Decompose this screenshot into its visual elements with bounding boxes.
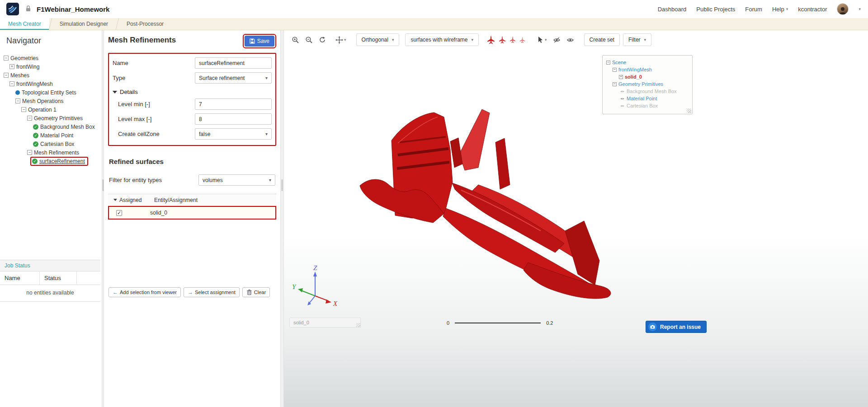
assigned-checkbox[interactable] (116, 210, 122, 216)
col-entity: Entity/Assignment (154, 197, 198, 203)
col-assigned[interactable]: Assigned (108, 197, 154, 203)
select-assignment-button[interactable]: Select assignment (184, 287, 240, 297)
success-check-icon (33, 124, 38, 130)
projection-select[interactable]: Orthogonal (356, 33, 400, 46)
account-chevron-down-icon[interactable]: ▾ (859, 7, 861, 11)
tree-item-mesh-operations[interactable]: Mesh Operations (0, 97, 102, 105)
resize-grip-icon[interactable] (356, 323, 360, 327)
tree-item-surfacerefinement[interactable]: surfaceRefinement (0, 157, 102, 165)
tree-item-topological-entity-sets[interactable]: Topological Entity Sets (0, 88, 102, 97)
pointer-tool-icon[interactable]: ▾ (536, 35, 548, 44)
level-max-label: Level max [-] (118, 116, 151, 122)
splitter-grip[interactable] (102, 179, 104, 191)
zoom-in-icon[interactable] (290, 35, 301, 45)
expand-toggle-icon[interactable] (619, 75, 623, 79)
name-input[interactable] (195, 57, 272, 69)
mesh-jet-icon-1[interactable] (486, 35, 495, 44)
collapse-toggle-icon[interactable] (9, 81, 14, 86)
nav-forum[interactable]: Forum (745, 6, 762, 13)
trash-icon (246, 289, 252, 295)
report-issue-button[interactable]: Report an issue (646, 321, 707, 333)
tree-item-cartesian-box[interactable]: Cartesian Box (0, 140, 102, 148)
mesh-jet-icon-3[interactable] (509, 36, 516, 43)
entity-filter-select[interactable]: volumes (198, 174, 275, 186)
scene-node-scene[interactable]: Scene (606, 59, 689, 66)
viewer-canvas[interactable]: Scene frontWingMesh solid_0 Geometry Pri… (284, 49, 868, 407)
collapse-toggle-icon[interactable] (613, 82, 617, 86)
collapse-toggle-icon[interactable] (21, 107, 26, 112)
scale-line (455, 323, 541, 323)
tab-post-processor[interactable]: Post-Processor (118, 18, 172, 30)
collapse-toggle-icon[interactable] (4, 56, 9, 61)
navigator-panel: Navigator Geometries frontWing Meshes fr… (0, 30, 102, 407)
visibility-eye-icon[interactable] (620, 97, 625, 101)
visibility-eye-icon[interactable] (620, 89, 625, 94)
selection-name-input[interactable] (289, 318, 361, 327)
scene-node-cartesian-box[interactable]: Cartesian Box (606, 102, 689, 109)
front-wing-model[interactable] (284, 49, 868, 407)
app-logo-icon[interactable] (6, 3, 19, 15)
create-set-button[interactable]: Create set (584, 33, 620, 46)
nav-public-projects[interactable]: Public Projects (696, 6, 735, 13)
nav-username[interactable]: kcontractor (798, 6, 827, 13)
axis-z-label: Z (313, 264, 317, 271)
save-button[interactable]: Save (245, 36, 274, 47)
type-select[interactable]: Surface refinement (195, 72, 272, 84)
visibility-eye-icon[interactable] (620, 104, 625, 108)
project-title: F1Webinar_Homework (37, 5, 109, 13)
tab-mesh-creator[interactable]: Mesh Creator (0, 18, 49, 30)
refined-surfaces-title: Refined surfaces (109, 158, 276, 165)
scene-node-geometry-primitives[interactable]: Geometry Primitives (606, 80, 689, 88)
form-viewer-splitter[interactable] (280, 30, 284, 407)
tree-item-background-mesh-box[interactable]: Background Mesh Box (0, 122, 102, 131)
assignment-row-solid0[interactable]: solid_0 (108, 206, 276, 220)
mesh-jet-icon-2[interactable] (498, 36, 506, 44)
level-min-label: Level min [-] (118, 101, 150, 108)
scene-node-material-point[interactable]: Material Point (606, 95, 689, 102)
mesh-jet-icon-4[interactable] (519, 37, 526, 43)
level-max-input[interactable] (195, 113, 272, 125)
collapse-toggle-icon[interactable] (4, 73, 9, 78)
clear-button[interactable]: Clear (242, 287, 270, 297)
name-label: Name (113, 60, 128, 66)
tree-item-frontwing[interactable]: frontWing (0, 62, 102, 71)
tree-item-geometry-primitives[interactable]: Geometry Primitives (0, 114, 102, 122)
chevron-down-icon: ▾ (344, 37, 346, 42)
navigator-title: Navigator (0, 30, 102, 50)
nav-help-menu[interactable]: Help▾ (772, 6, 788, 13)
details-section-toggle[interactable]: Details (109, 85, 275, 97)
refresh-view-icon[interactable] (317, 35, 327, 44)
show-entity-eye-icon[interactable] (565, 36, 576, 44)
pan-tool-icon[interactable]: ▾ (334, 35, 348, 45)
tree-item-mesh-refinements[interactable]: Mesh Refinements (0, 148, 102, 157)
tree-item-material-point[interactable]: Material Point (0, 131, 102, 140)
resize-grip-icon[interactable] (687, 108, 691, 113)
collapse-toggle-icon[interactable] (613, 68, 617, 72)
zoom-out-icon[interactable] (304, 35, 314, 45)
nav-dashboard[interactable]: Dashboard (658, 6, 687, 13)
hide-entity-eye-slash-icon[interactable] (552, 36, 562, 44)
expand-toggle-icon[interactable] (9, 64, 14, 69)
collapse-toggle-icon[interactable] (27, 150, 32, 155)
cellzone-label: Create cellZone (118, 131, 160, 137)
user-avatar[interactable] (837, 3, 849, 15)
scene-node-solid0[interactable]: solid_0 (606, 73, 689, 80)
collapse-toggle-icon[interactable] (27, 116, 32, 121)
add-selection-button[interactable]: Add selection from viewer (108, 287, 181, 297)
scene-node-frontwingmesh[interactable]: frontWingMesh (606, 66, 689, 73)
tree-item-geometries[interactable]: Geometries (0, 54, 102, 62)
assignment-table: Assigned Entity/Assignment solid_0 (108, 194, 276, 220)
level-min-input[interactable] (195, 98, 272, 110)
cellzone-select[interactable]: false (195, 128, 272, 140)
scene-node-background-mesh-box[interactable]: Background Mesh Box (606, 88, 689, 95)
collapse-toggle-icon[interactable] (15, 98, 20, 103)
collapse-toggle-icon[interactable] (606, 61, 610, 65)
tree-item-frontwingmesh[interactable]: frontWingMesh (0, 80, 102, 88)
filter-select[interactable]: Filter (623, 33, 651, 46)
render-mode-select[interactable]: surfaces with wireframe (405, 33, 479, 46)
splitter-grip[interactable] (282, 179, 283, 191)
tree-item-meshes[interactable]: Meshes (0, 71, 102, 80)
tab-simulation-designer[interactable]: Simulation Designer (52, 18, 116, 30)
tree-item-operation-1[interactable]: Operation 1 (0, 105, 102, 114)
camera-icon (648, 323, 657, 331)
